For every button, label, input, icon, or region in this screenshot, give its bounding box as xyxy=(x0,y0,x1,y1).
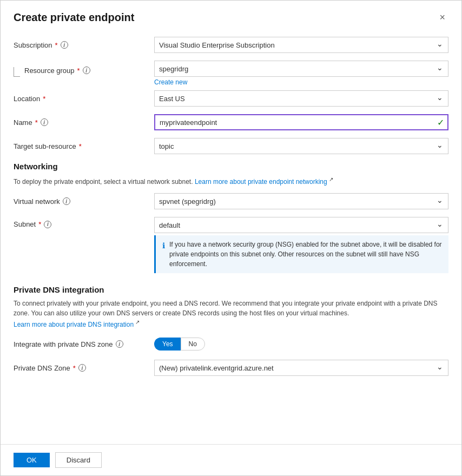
resource-group-info-icon[interactable]: i xyxy=(83,67,90,74)
required-star-dns: * xyxy=(73,364,76,372)
integrate-dns-field: Yes No xyxy=(154,338,448,351)
private-dns-zone-label: Private DNS Zone * i xyxy=(14,364,154,372)
location-row: Location * East US xyxy=(14,90,448,107)
private-dns-zone-select-wrapper: (New) privatelink.eventgrid.azure.net xyxy=(154,360,448,376)
required-star-subnet: * xyxy=(38,220,41,228)
private-dns-zone-info-icon[interactable]: i xyxy=(78,364,86,372)
networking-section-title: Networking xyxy=(14,162,448,171)
virtual-network-row: Virtual network i spvnet (spegridrg) xyxy=(14,193,448,209)
name-input-wrapper: ✓ xyxy=(154,114,448,130)
networking-learn-more-link[interactable]: Learn more about private endpoint networ… xyxy=(195,178,327,186)
required-star-rg: * xyxy=(77,67,80,75)
target-sub-resource-field: topic xyxy=(154,138,448,154)
resource-group-label: Resource group * i xyxy=(24,67,90,75)
required-star-tsr: * xyxy=(79,142,82,150)
ok-button[interactable]: OK xyxy=(14,453,50,467)
dialog-body: Subscription * i Visual Studio Enterpris… xyxy=(1,32,461,444)
external-link-icon: ↗ xyxy=(329,176,333,182)
subscription-select-wrapper: Visual Studio Enterprise Subscription xyxy=(154,37,448,53)
external-link-icon-dns: ↗ xyxy=(135,319,140,325)
location-field: East US xyxy=(154,90,448,107)
name-row: Name * i ✓ xyxy=(14,114,448,130)
subnet-label: Subnet * i xyxy=(14,217,154,228)
resource-group-row: Resource group * i spegridrg Create new xyxy=(14,61,448,86)
name-info-icon[interactable]: i xyxy=(41,118,48,126)
subscription-select[interactable]: Visual Studio Enterprise Subscription xyxy=(154,37,448,53)
dialog-title: Create private endpoint xyxy=(14,11,134,24)
check-icon: ✓ xyxy=(437,117,444,128)
name-field: ✓ xyxy=(154,114,448,130)
required-star-loc: * xyxy=(43,95,45,103)
virtual-network-label: Virtual network i xyxy=(14,197,154,206)
private-dns-section-desc: To connect privately with your private e… xyxy=(14,299,448,329)
subscription-label: Subscription * i xyxy=(14,41,154,49)
location-label: Location * xyxy=(14,95,154,103)
location-select-wrapper: East US xyxy=(154,90,448,107)
private-dns-zone-select[interactable]: (New) privatelink.eventgrid.azure.net xyxy=(154,360,448,376)
name-input[interactable] xyxy=(154,114,448,130)
toggle-no-button[interactable]: No xyxy=(181,338,205,351)
resource-group-field: spegridrg Create new xyxy=(154,61,448,86)
integrate-dns-info-icon[interactable]: i xyxy=(116,340,123,348)
virtual-network-select-wrapper: spvnet (spegridrg) xyxy=(154,193,448,209)
subscription-row: Subscription * i Visual Studio Enterpris… xyxy=(14,37,448,53)
subnet-select-wrapper: default xyxy=(154,217,448,233)
private-dns-learn-more-link[interactable]: Learn more about private DNS integration xyxy=(14,321,134,328)
dialog-header: Create private endpoint × xyxy=(1,1,461,32)
rg-indent xyxy=(14,64,24,77)
private-dns-zone-field: (New) privatelink.eventgrid.azure.net xyxy=(154,360,448,376)
rg-line xyxy=(14,67,20,77)
private-dns-zone-row: Private DNS Zone * i (New) privatelink.e… xyxy=(14,360,448,376)
subnet-field-area: default ℹ If you have a network security… xyxy=(154,217,448,277)
name-label: Name * i xyxy=(14,118,154,127)
target-sub-resource-row: Target sub-resource * topic xyxy=(14,138,448,154)
required-star: * xyxy=(55,41,58,49)
toggle-group: Yes No xyxy=(154,338,448,351)
resource-group-select-wrapper: spegridrg xyxy=(154,61,448,77)
integrate-dns-label: Integrate with private DNS zone i xyxy=(14,340,154,348)
info-box-icon: ℹ xyxy=(162,240,165,269)
close-button[interactable]: × xyxy=(436,11,448,23)
nsg-info-box: ℹ If you have a network security group (… xyxy=(154,235,448,273)
target-sub-resource-label: Target sub-resource * xyxy=(14,142,154,150)
networking-section-desc: To deploy the private endpoint, select a… xyxy=(14,175,448,187)
required-star-name: * xyxy=(35,118,38,127)
target-sub-resource-select-wrapper: topic xyxy=(154,138,448,154)
subnet-row: Subnet * i default ℹ If you have a netwo… xyxy=(14,217,448,277)
subnet-info-icon[interactable]: i xyxy=(44,221,51,228)
resource-group-label-area: Resource group * i xyxy=(14,61,154,77)
dialog-footer: OK Discard xyxy=(1,444,461,475)
target-sub-resource-select[interactable]: topic xyxy=(154,138,448,154)
discard-button[interactable]: Discard xyxy=(55,452,102,468)
location-select[interactable]: East US xyxy=(154,90,448,107)
virtual-network-field: spvnet (spegridrg) xyxy=(154,193,448,209)
create-private-endpoint-dialog: Create private endpoint × Subscription *… xyxy=(0,0,462,476)
resource-group-select[interactable]: spegridrg xyxy=(154,61,448,77)
integrate-dns-row: Integrate with private DNS zone i Yes No xyxy=(14,336,448,352)
subscription-info-icon[interactable]: i xyxy=(61,41,68,49)
subscription-field: Visual Studio Enterprise Subscription xyxy=(154,37,448,53)
create-new-link[interactable]: Create new xyxy=(154,78,448,86)
subnet-select[interactable]: default xyxy=(154,217,448,233)
virtual-network-info-icon[interactable]: i xyxy=(63,197,70,205)
private-dns-section-title: Private DNS integration xyxy=(14,285,448,294)
toggle-yes-button[interactable]: Yes xyxy=(154,338,181,351)
virtual-network-select[interactable]: spvnet (spegridrg) xyxy=(154,193,448,209)
